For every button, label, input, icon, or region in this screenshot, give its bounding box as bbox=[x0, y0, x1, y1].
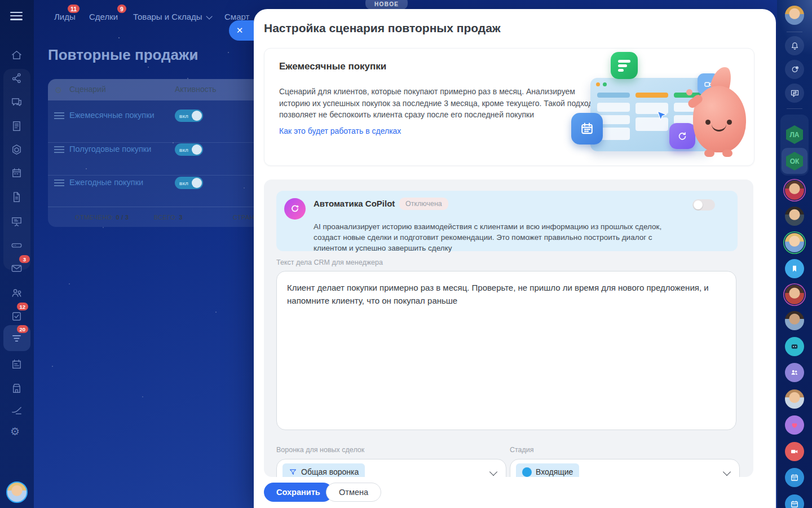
settings-gear-icon[interactable]: ⚙ bbox=[10, 425, 24, 439]
copilot-gradient-icon bbox=[284, 198, 306, 220]
tasks-icon[interactable] bbox=[10, 310, 24, 323]
drive-icon[interactable] bbox=[10, 239, 24, 252]
profile-avatar[interactable] bbox=[785, 6, 804, 25]
drag-handle-icon[interactable] bbox=[54, 112, 64, 119]
crm-task-label: Текст дела CRM для менеджера bbox=[276, 259, 383, 266]
row-divider bbox=[48, 175, 273, 176]
store-icon[interactable] bbox=[10, 382, 24, 395]
calendar-event-icon[interactable] bbox=[785, 494, 804, 508]
drag-handle-icon[interactable] bbox=[54, 146, 64, 153]
current-user-avatar[interactable] bbox=[6, 481, 28, 503]
calendar-icon[interactable] bbox=[10, 167, 24, 180]
funnel-select[interactable]: Общая воронка bbox=[276, 459, 506, 477]
contact-avatar[interactable] bbox=[785, 181, 804, 200]
toggle-knob bbox=[192, 111, 202, 121]
funnel-select-label: Воронка для новых сделок bbox=[276, 446, 364, 454]
nav-item-products-label: Товары и Склады bbox=[133, 12, 202, 21]
home-icon[interactable] bbox=[10, 49, 24, 62]
menu-hamburger-icon[interactable] bbox=[10, 12, 23, 20]
toggle-knob bbox=[694, 200, 703, 209]
divider bbox=[787, 108, 802, 109]
employees-icon[interactable] bbox=[785, 363, 804, 382]
people-icon[interactable] bbox=[10, 286, 24, 300]
feed-icon[interactable] bbox=[10, 120, 24, 133]
notifications-bell-icon[interactable] bbox=[785, 36, 804, 55]
modal-body: Автоматика CoPilot Отключена AI проанали… bbox=[264, 179, 753, 477]
left-sidebar: 3 12 20 ⚙ bbox=[0, 0, 34, 508]
signature-icon[interactable] bbox=[10, 404, 24, 417]
stage-value-chip: Входящие bbox=[516, 463, 579, 477]
total-label: ВСЕГО: bbox=[154, 214, 177, 221]
mail-icon[interactable] bbox=[10, 262, 24, 275]
modal-footer: Сохранить Отмена bbox=[254, 477, 776, 508]
close-button[interactable]: ✕ bbox=[229, 20, 254, 41]
table-row: Ежегодные покупки ВКЛ bbox=[48, 178, 273, 207]
modal-title: Настройка сценария повторных продаж bbox=[264, 21, 501, 35]
copilot-title: Автоматика CoPilot bbox=[314, 199, 395, 208]
table-header: ⚙ Сценарий Активность bbox=[48, 79, 273, 100]
chevron-down-icon bbox=[723, 468, 731, 476]
deals-count-badge: 9 bbox=[117, 5, 126, 13]
nav-item-leads[interactable]: Лиды bbox=[54, 12, 76, 21]
cancel-button[interactable]: Отмена bbox=[326, 483, 381, 502]
crm-funnel-icon[interactable] bbox=[10, 332, 24, 345]
stage-value: Входящие bbox=[536, 467, 573, 476]
copilot-card: Автоматика CoPilot Отключена AI проанали… bbox=[276, 191, 738, 251]
whiteboard-icon[interactable] bbox=[10, 215, 24, 229]
stage-select[interactable]: Входящие bbox=[510, 459, 740, 477]
stage-color-dot bbox=[522, 467, 532, 477]
copilot-description: AI проанализирует историю взаимодействия… bbox=[314, 221, 681, 253]
page-title: Повторные продажи bbox=[48, 46, 198, 64]
column-scenario: Сценарий bbox=[69, 85, 106, 94]
chat-icon[interactable] bbox=[10, 96, 24, 110]
save-button[interactable]: Сохранить bbox=[264, 483, 333, 502]
document-icon[interactable] bbox=[10, 191, 24, 204]
mail-count-badge: 3 bbox=[19, 255, 30, 263]
funnel-icon bbox=[289, 468, 297, 476]
video-call-icon[interactable] bbox=[785, 442, 804, 461]
scenario-link[interactable]: Ежемесячные покупки bbox=[69, 111, 160, 120]
nav-item-products[interactable]: Товары и Склады bbox=[133, 12, 210, 21]
bookmark-icon[interactable] bbox=[785, 259, 804, 278]
heart-illustration-icon[interactable] bbox=[785, 415, 804, 435]
contact-avatar[interactable] bbox=[785, 233, 804, 252]
how-it-works-link[interactable]: Как это будет работать в сделках bbox=[279, 126, 401, 135]
contact-avatar[interactable] bbox=[785, 311, 804, 330]
pin-icon[interactable] bbox=[188, 52, 198, 62]
checked-label: ОТМЕЧЕНО: bbox=[75, 214, 114, 221]
activity-toggle[interactable]: ВКЛ bbox=[175, 177, 203, 189]
activity-toggle[interactable]: ВКЛ bbox=[175, 143, 203, 156]
hexagon-apps-icon[interactable] bbox=[10, 143, 24, 157]
scenarios-table: ⚙ Сценарий Активность Ежемесячные покупк… bbox=[48, 79, 273, 227]
activity-toggle[interactable]: ВКЛ bbox=[175, 110, 203, 122]
table-settings-gear-icon[interactable]: ⚙ bbox=[55, 84, 62, 97]
row-divider bbox=[48, 142, 273, 143]
toggle-knob bbox=[192, 178, 202, 188]
crm-count-badge: 20 bbox=[17, 325, 28, 333]
divider bbox=[787, 32, 802, 32]
leads-count-badge: 11 bbox=[68, 5, 80, 13]
toggle-knob bbox=[192, 144, 202, 155]
total-value: 3 bbox=[179, 214, 183, 221]
drag-handle-icon[interactable] bbox=[54, 179, 64, 186]
contact-avatar[interactable] bbox=[785, 389, 804, 409]
copilot-status-badge: Отключена bbox=[399, 198, 448, 210]
network-icon[interactable] bbox=[10, 72, 24, 85]
nav-item-deals[interactable]: Сделки bbox=[89, 12, 118, 21]
chatbot-robot-icon[interactable] bbox=[785, 337, 804, 356]
copilot-icon[interactable] bbox=[785, 60, 804, 79]
open-lines-chat-icon[interactable] bbox=[785, 84, 804, 103]
close-icon: ✕ bbox=[236, 25, 244, 35]
contact-avatar[interactable] bbox=[785, 207, 804, 226]
cursor-icon bbox=[657, 111, 668, 122]
contact-avatar[interactable] bbox=[785, 285, 804, 304]
copilot-toggle[interactable] bbox=[692, 199, 715, 211]
calendar-event-icon[interactable] bbox=[785, 468, 804, 487]
funnel-value: Общая воронка bbox=[301, 467, 359, 476]
toggle-on-label: ВКЛ bbox=[179, 181, 188, 186]
planner-icon[interactable] bbox=[10, 358, 24, 371]
scenario-info-card: Ежемесячные покупки Сценарий для клиенто… bbox=[264, 48, 754, 166]
tasks-count-badge: 12 bbox=[17, 303, 28, 310]
crm-task-textarea[interactable]: Клиент делает покупки примерно раз в мес… bbox=[276, 271, 736, 430]
app-screen: НОВОЕ Лиды 11 Сделки 9 Товары и Склады С… bbox=[0, 0, 812, 508]
